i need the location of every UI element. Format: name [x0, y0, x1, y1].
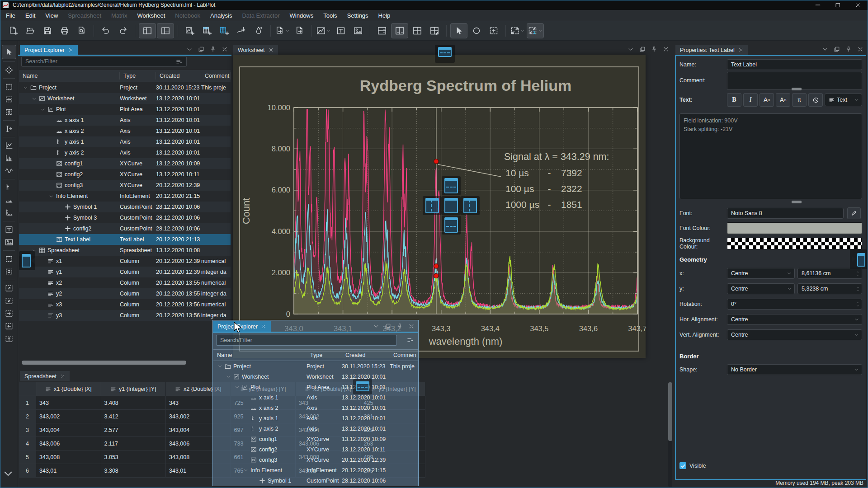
dock-menu-icon[interactable]: [373, 323, 379, 329]
marquee-v-tool-button[interactable]: [3, 106, 15, 118]
image-frame-button[interactable]: [350, 23, 366, 38]
text-frame-button[interactable]: [333, 23, 349, 38]
menu-settings[interactable]: Settings: [343, 11, 373, 20]
tree-row[interactable]: config1XYCurve13.12.2020 10:09: [19, 158, 231, 169]
tree-row[interactable]: Symbol 3CustomPoint28.12.2020 10:06: [19, 212, 231, 223]
tree-row[interactable]: config2XYCurve13.12.2020 10:11: [213, 444, 418, 455]
column-header-type[interactable]: Type: [307, 352, 342, 358]
column-header-name[interactable]: Name: [213, 352, 307, 358]
x-mode-select[interactable]: Centre: [727, 268, 795, 279]
cell[interactable]: 3.308: [101, 464, 166, 478]
select-all-button[interactable]: [486, 23, 502, 38]
cell[interactable]: 3.053: [101, 450, 166, 464]
menu-help[interactable]: Help: [374, 11, 395, 20]
tree-row[interactable]: config2XYCurve13.12.2020 10:11: [19, 169, 231, 180]
tree-row[interactable]: Symbol 1CustomPoint28.12.2020 10:06: [19, 202, 231, 212]
workbook-new-button[interactable]: [182, 23, 198, 38]
document-print-button[interactable]: [57, 23, 73, 38]
layout-h-button[interactable]: [391, 23, 408, 38]
subscript-button[interactable]: AB: [776, 93, 790, 107]
font-field[interactable]: Noto Sans 8: [727, 208, 844, 219]
document-new-button[interactable]: [5, 23, 21, 38]
text-frame-tool-button[interactable]: [3, 224, 15, 235]
dock-float-icon[interactable]: [834, 46, 840, 52]
tree-row[interactable]: SpreadsheetSpreadsheet13.12.2020 10:08: [19, 245, 231, 256]
tree-row[interactable]: y axis 1Axis13.12.2020 10:01: [213, 413, 418, 423]
text-content-area[interactable]: Field ionisation: 900V Stark splitting: …: [679, 113, 862, 199]
fourier-tool-button[interactable]: [3, 165, 15, 177]
background-colour-swatch[interactable]: [727, 238, 862, 249]
column-header-created[interactable]: Created: [342, 352, 390, 358]
marquee-tool-button[interactable]: [3, 81, 15, 93]
export-doc-button[interactable]: [274, 23, 291, 38]
tree-row[interactable]: y axis 2Axis13.12.2020 10:01: [213, 423, 418, 434]
pointer-tool-button[interactable]: [2, 45, 16, 59]
undo-button[interactable]: [98, 23, 114, 38]
tree-row[interactable]: config3XYCurve20.12.2020 12:39: [213, 455, 418, 465]
tree-row[interactable]: x axis 1Axis13.12.2020 10:01: [19, 115, 231, 126]
panel-left-button[interactable]: [139, 23, 156, 38]
dock-menu-icon[interactable]: [822, 46, 828, 52]
tree-row[interactable]: x axis 2Axis13.12.2020 10:01: [213, 403, 418, 413]
tree-row[interactable]: x2Column20.12.2020 13:55numerical: [19, 277, 231, 288]
tab-close-icon[interactable]: [68, 47, 73, 52]
cell[interactable]: 343,01: [36, 464, 101, 478]
dock-close-icon[interactable]: [857, 46, 863, 52]
matrix-new-button[interactable]: [216, 23, 232, 38]
name-field[interactable]: Text Label: [727, 59, 862, 70]
tree-row[interactable]: y axis 2Axis13.12.2020 10:01: [19, 147, 231, 158]
menu-tools[interactable]: Tools: [319, 11, 341, 20]
dock-close-icon[interactable]: [663, 46, 669, 52]
menu-worksheet[interactable]: Worksheet: [133, 11, 169, 20]
comment-field[interactable]: [727, 72, 862, 90]
tab-project-explorer[interactable]: Project Explorer: [20, 45, 78, 55]
vertical-scrollbar[interactable]: [668, 382, 672, 487]
tree-row[interactable]: Info ElementInfoElement20.12.2020 21:15: [19, 191, 231, 202]
search-input[interactable]: Search/Filter: [21, 56, 187, 67]
dock-pin-icon[interactable]: [396, 323, 403, 329]
pointer-button[interactable]: [450, 23, 467, 38]
tab-close-icon[interactable]: [261, 324, 266, 329]
tree-row[interactable]: y axis 1Axis13.12.2020 10:01: [19, 136, 231, 147]
document-save-button[interactable]: [39, 23, 56, 38]
tree-row[interactable]: config3XYCurve20.12.2020 12:39: [19, 180, 231, 191]
tab-spreadsheet[interactable]: Spreadsheet: [20, 371, 70, 381]
x-value-spinbox[interactable]: 8,61136 cm: [797, 268, 862, 279]
tree-row[interactable]: config1XYCurve13.12.2020 10:09: [213, 434, 418, 444]
zoom-one-button[interactable]: 1: [527, 23, 544, 38]
menu-file[interactable]: File: [2, 11, 19, 20]
dock-pin-icon[interactable]: [210, 46, 216, 52]
panel-bottom-button[interactable]: [157, 23, 174, 38]
dock-menu-icon[interactable]: [186, 46, 193, 52]
close-button[interactable]: [848, 0, 868, 10]
tree-row[interactable]: PlotPlot Area13.12.2020 10:01: [19, 104, 231, 115]
hor-alignment-select[interactable]: Centre: [727, 314, 862, 325]
zoom-fit-button[interactable]: [509, 23, 526, 38]
export-doc-button[interactable]: [292, 23, 308, 38]
column-header-type[interactable]: Type: [120, 72, 156, 80]
minimize-button[interactable]: [808, 0, 828, 10]
pan-left-tool-button[interactable]: [3, 320, 15, 332]
column-header[interactable]: x1 {Double} [X]: [36, 382, 101, 396]
expand-sel-tool-button[interactable]: [3, 282, 15, 294]
horizontal-scrollbar[interactable]: [22, 361, 186, 365]
tree-row[interactable]: x1Column20.12.2020 12:39numerical: [19, 256, 231, 267]
vert-alignment-select[interactable]: Centre: [727, 329, 862, 340]
cell[interactable]: 343,008: [36, 450, 101, 464]
tab-close-icon[interactable]: [269, 47, 274, 52]
tree-row[interactable]: Symbol 1CustomPoint28.12.2020 10:06: [213, 475, 418, 486]
axis-corner-tool-button[interactable]: [3, 207, 15, 219]
image-frame-tool-button[interactable]: [3, 236, 15, 248]
document-preview-button[interactable]: [74, 23, 90, 38]
menu-analysis[interactable]: Analysis: [206, 11, 236, 20]
tree-row[interactable]: ProjectProject30.11.2020 15:23This proje: [19, 82, 231, 93]
crosshair-target-tool-button[interactable]: [3, 64, 15, 76]
tree-row[interactable]: y1Column20.12.2020 12:39integer da: [19, 267, 231, 277]
cell[interactable]: 343,004: [36, 423, 101, 437]
cell[interactable]: 343,002: [36, 410, 101, 423]
dock-float-icon[interactable]: [639, 46, 646, 52]
axis-x-tool-button[interactable]: [3, 194, 15, 206]
cursor-shift-tool-button[interactable]: [3, 123, 15, 135]
symbols-button[interactable]: π: [792, 93, 807, 107]
cell[interactable]: 343: [36, 396, 101, 410]
